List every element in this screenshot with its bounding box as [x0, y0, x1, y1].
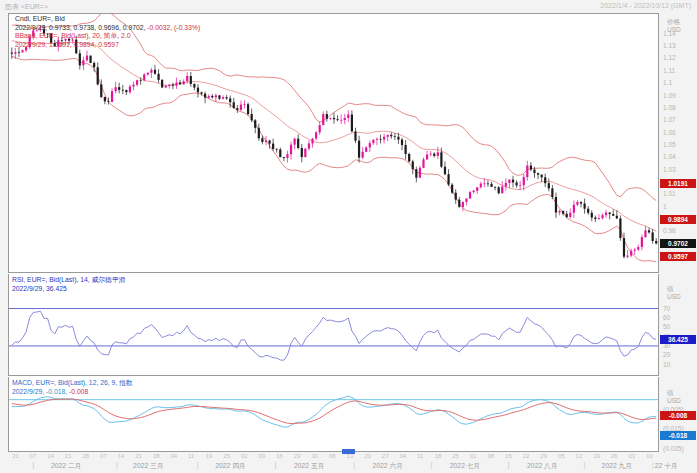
bband-values: 2022/9/29, 1.0191, 0.9894, 0.9597 [15, 41, 119, 48]
time-axis-day-label: 28 [153, 453, 160, 459]
time-axis-day-label: 29 [540, 453, 547, 459]
time-axis-day-label: 22 [523, 453, 530, 459]
time-axis-separator: | [275, 461, 277, 468]
time-axis-day-label: 13 [347, 453, 354, 459]
axis-tick-label: 1.05 [663, 141, 676, 149]
time-axis-separator: | [32, 461, 34, 468]
time-axis-day-label: 04 [399, 453, 406, 459]
macd-axis-header: 值 [667, 389, 674, 397]
time-axis-day-label: 07 [30, 453, 37, 459]
time-axis-month-label: 2022 七月 [450, 461, 481, 471]
time-axis-day-label: 26 [611, 453, 618, 459]
time-axis-month-label: 22 十月 [655, 461, 678, 471]
axis-tick-label: 1.03 [663, 166, 676, 174]
macd-series-label: MACD, EUR=, Bid(Last), 12, 26, 9, 指数 [12, 379, 133, 386]
time-axis-day-label: 02 [241, 453, 248, 459]
time-axis-separator: | [652, 461, 654, 468]
time-axis-day-label: 03 [628, 453, 635, 459]
axis-tick-label: 0.98 [663, 227, 676, 235]
time-axis-day-label: 01 [470, 453, 477, 459]
time-axis-day-label: 25 [452, 453, 459, 459]
time-axis-day-label: 19 [593, 453, 600, 459]
axis-tick-label: (0.025) [663, 445, 684, 453]
rsi-series-label: RSI, EUR=, Bid(Last), 14, 威尔德平滑 [12, 276, 126, 283]
time-axis-month-label: 2022 二月 [51, 461, 82, 471]
time-axis-day-label: 08 [488, 453, 495, 459]
time-axis-day-label: 23 [294, 453, 301, 459]
rsi-value: 2022/9/29, 36.425 [12, 285, 67, 292]
candle-ohlc-values: 2022/9/29, 0.9733, 0.9738, 0.9696, 0.970… [15, 24, 145, 31]
macd-value-date: 2022/9/29, [12, 388, 44, 395]
candlesticks [11, 25, 658, 259]
macd-axis-unit: USD [667, 397, 681, 405]
time-axis-day-label: 27 [382, 453, 389, 459]
axis-tick-label: 1.08 [663, 104, 676, 112]
axis-tick-label: 20 [663, 351, 670, 359]
axis-tick-label: 1.1 [663, 79, 672, 87]
axis-tick-label: 1.12 [663, 54, 676, 62]
time-axis-day-label: 21 [135, 453, 142, 459]
macd-legend: MACD, EUR=, Bid(Last), 12, 26, 9, 指数 202… [12, 379, 133, 396]
time-axis-day-label: 21 [65, 453, 72, 459]
axis-tick-label: 70 [663, 305, 670, 313]
axis-tick-label: 50 [663, 323, 670, 331]
axis-value-box: 0.9702 [660, 239, 696, 248]
time-axis-month-label: 2022 三月 [133, 461, 164, 471]
time-axis-month-label: 2022 五月 [294, 461, 325, 471]
candle-series-label: Cndl, EUR=, Bid [15, 15, 65, 22]
time-axis-separator: | [431, 461, 433, 468]
axis-tick-label: 1.09 [663, 92, 676, 100]
time-axis-day-label: 04 [171, 453, 178, 459]
time-axis-day-label: 31 [12, 453, 19, 459]
axis-value-box: 1.0191 [660, 179, 696, 188]
rsi-axis-header: 值 [667, 285, 674, 293]
time-axis-day-label: 11 [188, 453, 194, 459]
time-axis-day-label: 06 [329, 453, 336, 459]
time-axis-day-label: 09 [259, 453, 266, 459]
axis-tick-label: 1.01 [663, 190, 676, 198]
axis-tick-label: 1 [663, 203, 667, 211]
axis-tick-label: 1.13 [663, 42, 676, 50]
candle-change-values: -0.0032, (-0.33%) [145, 24, 200, 31]
axis-value-box: 36.425 [660, 335, 696, 344]
axis-tick-label: 1.11 [663, 67, 675, 75]
time-axis-day-label: 15 [505, 453, 512, 459]
rsi-axis-unit: USD [667, 293, 681, 301]
macd-signal-value: -0.008 [67, 388, 88, 395]
time-axis-day-label: 18 [435, 453, 442, 459]
time-axis-month-label: 2022 六月 [373, 461, 404, 471]
axis-tick-label: 1.07 [663, 116, 676, 124]
time-axis-day-label: 10 [646, 453, 653, 459]
time-axis-month-label: 2022 八月 [527, 461, 558, 471]
time-axis-separator: | [584, 461, 586, 468]
main-legend: Cndl, EUR=, Bid 2022/9/29, 0.9733, 0.973… [15, 15, 200, 49]
time-axis-month-label: 2022 四月 [215, 461, 246, 471]
price-axis-header: 价格 [667, 18, 680, 26]
axis-value-box: 0.9597 [660, 252, 696, 261]
time-axis-day-label: 30 [311, 453, 318, 459]
time-axis-day-label: 14 [118, 453, 125, 459]
time-axis-separator: | [116, 461, 118, 468]
axis-value-box: 0.9894 [660, 215, 696, 224]
time-axis-day-label: 11 [417, 453, 423, 459]
rsi-legend: RSI, EUR=, Bid(Last), 14, 威尔德平滑 2022/9/2… [12, 276, 126, 293]
macd-value: -0.018, [44, 388, 67, 395]
time-axis-separator: | [353, 461, 355, 468]
time-axis-day-label: 20 [364, 453, 371, 459]
time-axis-day-label: 16 [276, 453, 283, 459]
time-axis-day-label: 28 [82, 453, 89, 459]
time-axis-separator: | [508, 461, 510, 468]
axis-tick-label: 60 [663, 314, 670, 322]
time-axis-day-label: 07 [100, 453, 107, 459]
axis-tick-label: 1.04 [663, 153, 676, 161]
time-axis-day-label: 14 [47, 453, 54, 459]
axis-tick-label: 1.06 [663, 129, 676, 137]
time-axis-day-label: 05 [558, 453, 565, 459]
price-rsi-macd-plot[interactable] [0, 0, 697, 473]
time-axis-day-label: 25 [223, 453, 230, 459]
chart-window: 图表 <EUR=> 2022/1/4 - 2022/10/12 (GMT) Cn… [0, 0, 697, 473]
time-axis-day-label: 19 [206, 453, 213, 459]
axis-value-box: -0.018 [660, 431, 696, 440]
bband-series-label: BBand, EUR=, Bid(Last), 20, 简单, 2.0 [15, 32, 130, 39]
axis-tick-label: 10 [663, 361, 670, 369]
